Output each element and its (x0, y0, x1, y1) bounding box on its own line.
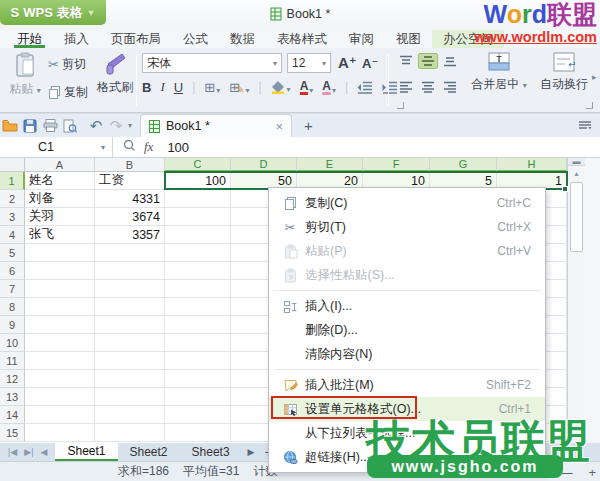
row-header-4[interactable]: 4 (0, 226, 25, 244)
cell-B8[interactable] (95, 298, 165, 316)
cell-A13[interactable] (25, 388, 95, 406)
wps-app-button[interactable]: S WPS 表格 ▼ (0, 0, 106, 25)
copy-button[interactable]: 复制 (48, 84, 88, 101)
insert-function-button[interactable]: fx (144, 139, 153, 155)
sheet-tab-sheet3[interactable]: Sheet3 (180, 443, 242, 461)
wrap-text-button[interactable]: ↵ 自动换行 (536, 51, 592, 93)
cell-B10[interactable] (95, 334, 165, 352)
italic-button[interactable]: I (160, 79, 164, 95)
sheet-tab-sheet2[interactable]: Sheet2 (118, 443, 180, 461)
menu-item-insert[interactable]: 插入(I)... (269, 294, 545, 318)
cell-A4[interactable]: 张飞 (25, 226, 95, 244)
cell-C15[interactable] (165, 424, 231, 442)
cell-C6[interactable] (165, 262, 231, 280)
cell-A7[interactable] (25, 280, 95, 298)
cell-C4[interactable] (165, 226, 231, 244)
cell-A12[interactable] (25, 370, 95, 388)
align-left-button[interactable] (396, 79, 416, 95)
cut-button[interactable]: ✂ 剪切 (48, 56, 86, 73)
font-size-select[interactable]: 12▾ (287, 53, 331, 73)
menu-item-insert-comment[interactable]: 插入批注(M) Shift+F2 (269, 373, 545, 397)
scrollbar-thumb[interactable] (570, 182, 583, 252)
cell-B4[interactable]: 3357 (95, 226, 165, 244)
align-top-button[interactable] (396, 53, 416, 69)
tab-page-layout[interactable]: 页面布局 (100, 30, 172, 48)
cell-A3[interactable]: 关羽 (25, 208, 95, 226)
cell-C3[interactable] (165, 208, 231, 226)
align-bottom-button[interactable] (440, 53, 460, 69)
save-button[interactable] (20, 116, 40, 136)
cell-A15[interactable] (25, 424, 95, 442)
decrease-indent-button[interactable] (357, 81, 373, 94)
cell-A5[interactable] (25, 244, 95, 262)
cell-B9[interactable] (95, 316, 165, 334)
draw-border-button[interactable]: ⊞✎▾ (229, 80, 249, 95)
vertical-scrollbar[interactable]: ▬ ▲ (567, 158, 585, 443)
cell-A11[interactable] (25, 352, 95, 370)
undo-button[interactable]: ↶ (86, 116, 106, 136)
cell-B15[interactable] (95, 424, 165, 442)
close-icon[interactable]: × (275, 119, 283, 134)
column-header-H[interactable]: H (497, 158, 567, 172)
row-header-11[interactable]: 11 (0, 352, 25, 370)
cell-C1[interactable]: 100 (165, 172, 231, 190)
align-center-button[interactable] (418, 79, 438, 95)
row-header-14[interactable]: 14 (0, 406, 25, 424)
cell-C7[interactable] (165, 280, 231, 298)
row-header-8[interactable]: 8 (0, 298, 25, 316)
tab-view[interactable]: 视图 (385, 30, 432, 48)
format-painter-button[interactable]: 格式刷 (96, 52, 134, 96)
column-header-E[interactable]: E (297, 158, 363, 172)
split-handle[interactable]: ▬ (568, 158, 585, 166)
cell-B13[interactable] (95, 388, 165, 406)
paste-button[interactable]: 粘贴 ▾ (8, 52, 42, 98)
borders-button[interactable]: ⊞▾ (204, 80, 220, 95)
align-group-expander[interactable] (586, 102, 593, 109)
cell-C11[interactable] (165, 352, 231, 370)
menu-item-cut[interactable]: ✂ 剪切(T) Ctrl+X (269, 215, 545, 239)
open-file-button[interactable] (0, 116, 20, 136)
cell-A14[interactable] (25, 406, 95, 424)
last-sheet-button[interactable]: ▶| (24, 447, 33, 457)
qat-dropdown[interactable]: ▾ (128, 121, 132, 130)
select-all-corner[interactable] (0, 158, 25, 172)
row-header-6[interactable]: 6 (0, 262, 25, 280)
tab-review[interactable]: 审阅 (338, 30, 385, 48)
tab-insert[interactable]: 插入 (53, 30, 100, 48)
row-header-9[interactable]: 9 (0, 316, 25, 334)
row-header-3[interactable]: 3 (0, 208, 25, 226)
cell-C13[interactable] (165, 388, 231, 406)
cell-C8[interactable] (165, 298, 231, 316)
row-header-5[interactable]: 5 (0, 244, 25, 262)
underline-button[interactable]: U (174, 80, 183, 95)
cell-B7[interactable] (95, 280, 165, 298)
document-tab[interactable]: Book1 * × (140, 114, 292, 138)
menu-item-copy[interactable]: 复制(C) Ctrl+C (269, 191, 545, 215)
cell-B1[interactable]: 工资 (95, 172, 165, 190)
column-header-B[interactable]: B (95, 158, 165, 172)
fill-handle[interactable] (562, 186, 568, 192)
print-button[interactable] (40, 116, 60, 136)
column-header-D[interactable]: D (231, 158, 297, 172)
increase-font-button[interactable]: A⁺ (338, 54, 357, 72)
tab-data[interactable]: 数据 (219, 30, 266, 48)
tab-table-style[interactable]: 表格样式 (266, 30, 338, 48)
search-icon[interactable] (123, 139, 136, 155)
merge-center-button[interactable]: T 合并居中 ▾ (468, 51, 530, 93)
cell-B11[interactable] (95, 352, 165, 370)
cell-A1[interactable]: 姓名 (25, 172, 95, 190)
column-header-A[interactable]: A (25, 158, 95, 172)
align-middle-button[interactable] (418, 53, 438, 69)
new-document-tab-button[interactable]: + (304, 117, 313, 134)
cell-B5[interactable] (95, 244, 165, 262)
next-sheet-button[interactable]: ▶ (242, 443, 261, 461)
font-color-button[interactable]: A▾ (300, 79, 314, 95)
align-right-button[interactable] (440, 79, 460, 95)
cell-A9[interactable] (25, 316, 95, 334)
bold-button[interactable]: B (142, 80, 151, 95)
redo-button[interactable]: ↷ (106, 116, 126, 136)
sheet-tab-sheet1[interactable]: Sheet1 (55, 443, 117, 461)
column-header-G[interactable]: G (430, 158, 497, 172)
cell-C12[interactable] (165, 370, 231, 388)
cell-C2[interactable] (165, 190, 231, 208)
